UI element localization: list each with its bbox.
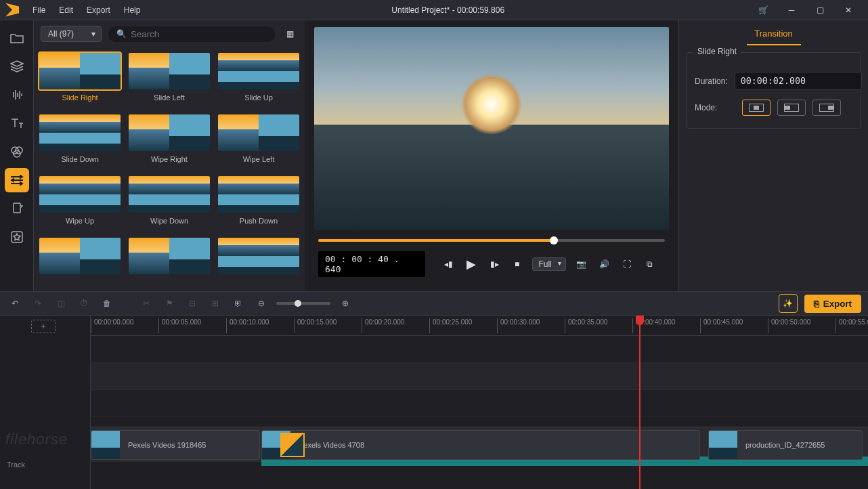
grid-view-icon[interactable]: ▦ [282,26,298,42]
resolution-dropdown[interactable]: Full [532,257,565,271]
ruler-tick: 00:00:20.000 [362,318,404,333]
ruler-tick: 00:00:15.000 [294,318,337,333]
transition-thumb[interactable] [218,238,299,286]
timeline-clip[interactable]: production_ID_4272655 [708,430,863,460]
export-icon: ⎘ [814,299,819,309]
ruler-tick: 00:00:50.000 [768,318,810,333]
thumb-label: Wipe Right [151,155,188,163]
timeline-track-header: + Track [0,316,91,489]
mode-label: Mode: [695,103,735,112]
clip-thumbnail [709,431,737,459]
transition-thumb[interactable]: Slide Down [39,114,121,171]
menu-file[interactable]: File [26,5,52,15]
transition-clip[interactable] [280,433,305,457]
menu-help[interactable]: Help [117,5,148,15]
prev-frame-button[interactable]: ◂▮ [441,257,456,272]
delete-button[interactable]: 🗑 [99,295,115,312]
timeline-body[interactable]: 00:00:00.00000:00:05.00000:00:10.00000:0… [91,316,868,489]
ruler-tick: 00:00:00.000 [91,318,133,333]
clip-thumbnail [91,431,120,459]
preview-timecode: 00 : 00 : 40 . 640 [318,251,425,277]
transition-thumb[interactable] [39,238,121,286]
transition-grid: Slide RightSlide LeftSlide UpSlide DownW… [34,47,305,291]
timeline: + Track 00:00:00.00000:00:05.00000:00:10… [0,316,868,489]
thumb-label: Slide Down [61,155,99,163]
zoom-out-button[interactable]: ⊖ [253,295,269,312]
play-button[interactable]: ▶ [464,257,479,272]
maximize-button[interactable]: ▢ [806,0,834,20]
preview-panel: 00 : 00 : 40 . 640 ◂▮ ▶ ▮▸ ■ Full 📷 🔊 ⛶ … [305,20,678,291]
timeline-ruler[interactable]: 00:00:00.00000:00:05.00000:00:10.00000:0… [91,316,868,336]
mode-right-button[interactable] [812,100,841,116]
menu-edit[interactable]: Edit [52,5,80,15]
sidebar-layers-icon[interactable] [5,54,29,79]
playhead[interactable] [639,316,641,489]
transition-thumb[interactable]: Slide Up [218,53,299,109]
sidebar-favorites-icon[interactable] [5,225,29,249]
snapshot-icon[interactable]: 📷 [574,257,589,272]
transition-thumb[interactable]: Wipe Left [218,114,299,171]
thumb-label: Wipe Down [150,217,188,225]
video-track[interactable]: Pexels Videos 1918465Pexels Videos 4708p… [91,427,868,462]
zoom-in-button[interactable]: ⊕ [337,295,353,312]
transition-thumb[interactable]: Wipe Right [129,114,210,171]
volume-icon[interactable]: 🔊 [596,257,611,272]
search-box[interactable]: 🔍 [108,26,275,42]
thumb-label: Slide Left [154,93,185,102]
thumb-label: Wipe Left [243,155,274,163]
add-track-button[interactable]: + [31,320,56,333]
transition-thumb[interactable]: Slide Left [129,53,210,109]
export-button[interactable]: ⎘Export [804,295,861,313]
app-logo-icon [5,3,19,17]
zoom-slider[interactable] [276,302,330,305]
ruler-tick: 00:00:05.000 [158,318,201,333]
speed-button: ⏱ [76,295,92,312]
preview-scrubber[interactable] [318,239,665,242]
search-input[interactable] [131,29,185,39]
transition-filter-dropdown[interactable]: All (97) [41,26,102,42]
sidebar-media-icon[interactable] [5,26,29,50]
duration-label: Duration: [695,77,728,86]
transition-thumb[interactable]: Push Down [218,176,299,232]
title-bar: File Edit Export Help Untitled Project* … [0,0,868,20]
snap-button: ⊟ [184,295,200,312]
sidebar-filters-icon[interactable] [5,140,29,164]
sidebar-elements-icon[interactable] [5,196,29,221]
thumb-label: Push Down [240,217,278,225]
preview-display[interactable] [314,27,669,230]
tool-sidebar [0,20,34,291]
undo-button[interactable]: ↶ [7,295,23,312]
sidebar-transitions-icon[interactable] [5,168,29,192]
cart-icon[interactable]: 🛒 [749,0,777,20]
next-frame-button[interactable]: ▮▸ [487,257,502,272]
marker-button: ⚑ [161,295,177,312]
minimize-button[interactable]: ─ [777,0,806,20]
sidebar-text-icon[interactable] [5,111,29,135]
duration-input[interactable] [735,72,862,90]
clip-label: Pexels Videos 1918465 [128,441,206,449]
thumb-label: Slide Up [244,93,273,102]
transition-thumb[interactable]: Wipe Down [129,176,210,232]
properties-tab[interactable]: Transition [679,20,868,45]
sidebar-audio-icon[interactable] [5,83,29,107]
ruler-tick: 00:00:25.000 [429,318,472,333]
search-icon: 🔍 [116,29,127,39]
transition-thumb[interactable]: Slide Right [39,53,121,109]
timeline-clip[interactable]: Pexels Videos 4708 [261,430,700,460]
window-title: Untitled Project* - 00:00:59.806 [147,5,749,15]
mode-left-button[interactable] [777,100,806,116]
aspect-icon[interactable]: ⛶ [620,257,634,272]
ruler-tick: 00:00:45.000 [700,318,743,333]
timeline-toolbar: ↶ ↷ ◫ ⏱ 🗑 ✂ ⚑ ⊟ ⊞ ⛨ ⊖ ⊕ ✨ ⎘Export [0,291,868,316]
mode-center-button[interactable] [742,100,771,116]
ruler-tick: 00:00:30.000 [497,318,540,333]
fx-button[interactable]: ✨ [779,294,798,313]
close-button[interactable]: ✕ [834,0,863,20]
menu-export[interactable]: Export [80,5,117,15]
detach-icon[interactable]: ⧉ [642,257,657,272]
timeline-clip[interactable]: Pexels Videos 1918465 [91,430,260,460]
transition-thumb[interactable] [129,238,210,286]
stop-button[interactable]: ■ [510,257,525,272]
shield-icon[interactable]: ⛨ [230,295,246,312]
transition-thumb[interactable]: Wipe Up [39,176,121,232]
